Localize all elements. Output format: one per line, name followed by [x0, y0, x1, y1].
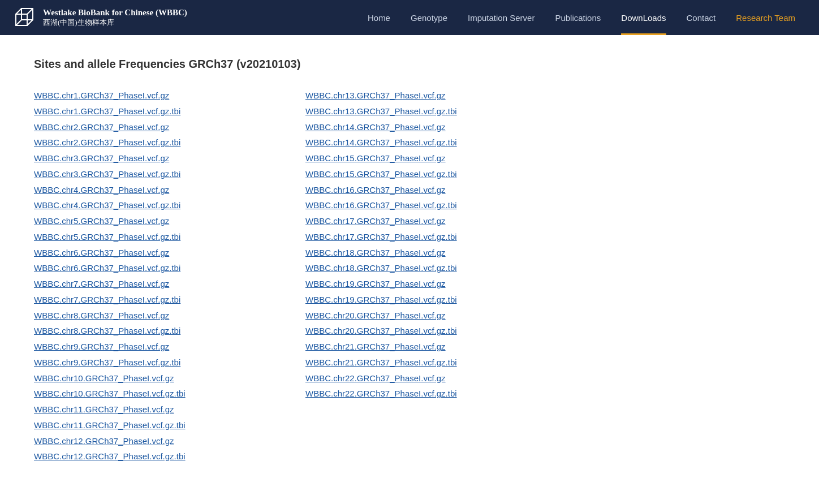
file-link[interactable]: WBBC.chr3.GRCh37_PhaseI.vcf.gz.tbi: [34, 166, 305, 182]
file-link[interactable]: WBBC.chr1.GRCh37_PhaseI.vcf.gz: [34, 88, 305, 104]
file-link[interactable]: WBBC.chr2.GRCh37_PhaseI.vcf.gz: [34, 119, 305, 135]
file-link[interactable]: WBBC.chr20.GRCh37_PhaseI.vcf.gz.tbi: [305, 323, 577, 339]
navbar: Westlake BioBank for Chinese (WBBC) 西湖(中…: [0, 0, 819, 35]
file-link[interactable]: WBBC.chr16.GRCh37_PhaseI.vcf.gz.tbi: [305, 197, 577, 213]
svg-line-3: [27, 8, 33, 14]
brand-title-en: Westlake BioBank for Chinese (WBBC): [43, 8, 187, 18]
file-link[interactable]: WBBC.chr18.GRCh37_PhaseI.vcf.gz.tbi: [305, 260, 577, 276]
svg-line-5: [27, 20, 33, 25]
file-link[interactable]: WBBC.chr12.GRCh37_PhaseI.vcf.gz.tbi: [34, 449, 305, 464]
file-link[interactable]: WBBC.chr7.GRCh37_PhaseI.vcf.gz.tbi: [34, 292, 305, 308]
file-link[interactable]: WBBC.chr12.GRCh37_PhaseI.vcf.gz: [34, 433, 305, 449]
file-link[interactable]: WBBC.chr17.GRCh37_PhaseI.vcf.gz.tbi: [305, 229, 577, 245]
file-link[interactable]: WBBC.chr7.GRCh37_PhaseI.vcf.gz: [34, 276, 305, 292]
file-link[interactable]: WBBC.chr2.GRCh37_PhaseI.vcf.gz.tbi: [34, 135, 305, 150]
file-link[interactable]: WBBC.chr10.GRCh37_PhaseI.vcf.gz: [34, 371, 305, 386]
page-title: Sites and allele Frequencies GRCh37 (v20…: [34, 58, 785, 71]
logo-icon: [14, 6, 36, 29]
file-link[interactable]: WBBC.chr6.GRCh37_PhaseI.vcf.gz.tbi: [34, 260, 305, 276]
file-link[interactable]: WBBC.chr13.GRCh37_PhaseI.vcf.gz: [305, 88, 577, 104]
file-link[interactable]: WBBC.chr22.GRCh37_PhaseI.vcf.gz: [305, 371, 577, 386]
file-link[interactable]: WBBC.chr10.GRCh37_PhaseI.vcf.gz.tbi: [34, 386, 305, 402]
file-link[interactable]: WBBC.chr14.GRCh37_PhaseI.vcf.gz: [305, 119, 577, 135]
file-link[interactable]: WBBC.chr6.GRCh37_PhaseI.vcf.gz: [34, 245, 305, 261]
file-link[interactable]: WBBC.chr21.GRCh37_PhaseI.vcf.gz.tbi: [305, 355, 577, 371]
nav-link-publications[interactable]: Publications: [545, 0, 611, 35]
nav-link-downloads[interactable]: DownLoads: [611, 0, 676, 35]
main-content: Sites and allele Frequencies GRCh37 (v20…: [0, 35, 819, 487]
brand-title-zh: 西湖(中国)生物样本库: [43, 18, 187, 28]
file-link[interactable]: WBBC.chr4.GRCh37_PhaseI.vcf.gz: [34, 182, 305, 198]
file-link[interactable]: WBBC.chr15.GRCh37_PhaseI.vcf.gz: [305, 150, 577, 166]
file-link[interactable]: WBBC.chr5.GRCh37_PhaseI.vcf.gz.tbi: [34, 229, 305, 245]
file-column-left: WBBC.chr1.GRCh37_PhaseI.vcf.gzWBBC.chr1.…: [34, 88, 305, 464]
nav-link-genotype[interactable]: Genotype: [400, 0, 458, 35]
nav-link-research-team[interactable]: Research Team: [726, 0, 805, 35]
file-link[interactable]: WBBC.chr3.GRCh37_PhaseI.vcf.gz: [34, 150, 305, 166]
file-link[interactable]: WBBC.chr14.GRCh37_PhaseI.vcf.gz.tbi: [305, 135, 577, 150]
file-link[interactable]: WBBC.chr22.GRCh37_PhaseI.vcf.gz.tbi: [305, 386, 577, 402]
file-link[interactable]: WBBC.chr18.GRCh37_PhaseI.vcf.gz: [305, 245, 577, 261]
brand: Westlake BioBank for Chinese (WBBC) 西湖(中…: [14, 6, 187, 29]
file-link[interactable]: WBBC.chr11.GRCh37_PhaseI.vcf.gz: [34, 402, 305, 417]
svg-line-2: [16, 8, 21, 14]
file-column-right: WBBC.chr13.GRCh37_PhaseI.vcf.gzWBBC.chr1…: [305, 88, 577, 464]
file-link[interactable]: WBBC.chr11.GRCh37_PhaseI.vcf.gz.tbi: [34, 417, 305, 433]
file-link[interactable]: WBBC.chr8.GRCh37_PhaseI.vcf.gz.tbi: [34, 323, 305, 339]
file-link[interactable]: WBBC.chr9.GRCh37_PhaseI.vcf.gz.tbi: [34, 355, 305, 371]
file-link[interactable]: WBBC.chr5.GRCh37_PhaseI.vcf.gz: [34, 213, 305, 229]
file-link[interactable]: WBBC.chr20.GRCh37_PhaseI.vcf.gz: [305, 308, 577, 324]
files-grid: WBBC.chr1.GRCh37_PhaseI.vcf.gzWBBC.chr1.…: [34, 88, 577, 464]
nav-links: HomeGenotypeImputation ServerPublication…: [357, 0, 805, 35]
nav-link-home[interactable]: Home: [357, 0, 400, 35]
brand-text: Westlake BioBank for Chinese (WBBC) 西湖(中…: [43, 8, 187, 28]
file-link[interactable]: WBBC.chr17.GRCh37_PhaseI.vcf.gz: [305, 213, 577, 229]
file-link[interactable]: WBBC.chr19.GRCh37_PhaseI.vcf.gz.tbi: [305, 292, 577, 308]
file-link[interactable]: WBBC.chr1.GRCh37_PhaseI.vcf.gz.tbi: [34, 104, 305, 119]
file-link[interactable]: WBBC.chr21.GRCh37_PhaseI.vcf.gz: [305, 339, 577, 355]
file-link[interactable]: WBBC.chr16.GRCh37_PhaseI.vcf.gz: [305, 182, 577, 198]
file-link[interactable]: WBBC.chr19.GRCh37_PhaseI.vcf.gz: [305, 276, 577, 292]
nav-link-imputation-server[interactable]: Imputation Server: [458, 0, 545, 35]
file-link[interactable]: WBBC.chr8.GRCh37_PhaseI.vcf.gz: [34, 308, 305, 324]
file-link[interactable]: WBBC.chr15.GRCh37_PhaseI.vcf.gz.tbi: [305, 166, 577, 182]
file-link[interactable]: WBBC.chr4.GRCh37_PhaseI.vcf.gz.tbi: [34, 197, 305, 213]
svg-line-4: [16, 20, 21, 25]
nav-link-contact[interactable]: Contact: [676, 0, 726, 35]
file-link[interactable]: WBBC.chr9.GRCh37_PhaseI.vcf.gz: [34, 339, 305, 355]
file-link[interactable]: WBBC.chr13.GRCh37_PhaseI.vcf.gz.tbi: [305, 104, 577, 119]
